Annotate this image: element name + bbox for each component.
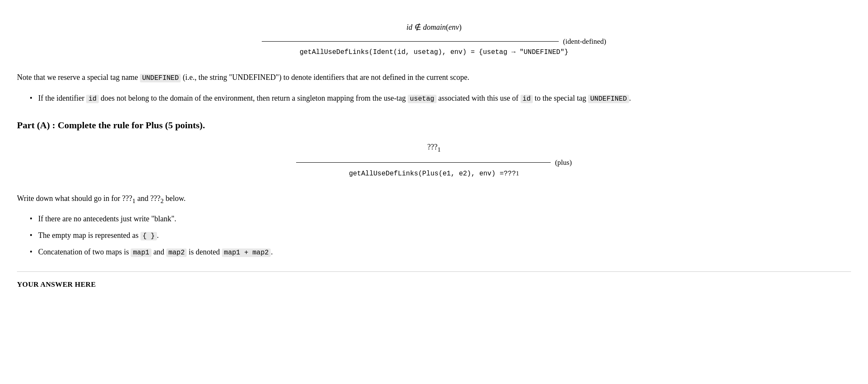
bullet2-code-map2: map2 [166,248,187,257]
bullet-list-1: If the identifier id does not belong to … [30,92,851,105]
bullet1-text-after: to the special tag [533,94,588,102]
bullet1-text-middle1: does not belong to the domain of the env… [99,94,408,102]
your-answer-label: YOUR ANSWER HERE [17,279,851,290]
bullet2-text3-before: Concatenation of two maps is [38,248,131,256]
bullet1-end: . [629,94,631,102]
rule-ident-defined: id ∉ domain(env) (ident-defined) getAllU… [17,21,851,58]
rule1-numerator: id ∉ domain(env) [406,21,462,36]
bullet1-text-middle2: associated with this use of [437,94,521,102]
bullet1-item: If the identifier id does not belong to … [30,92,851,105]
bullet2-text3-mid2: is denoted [187,248,222,256]
bullet2-text1: If there are no antecedents just write "… [38,215,176,223]
bullet2-code-map1: map1 [131,248,151,257]
rule1-line-container: (ident-defined) [262,36,606,47]
bullet1-code-id2: id [521,95,533,103]
bullet2-text3-after: . [271,248,273,256]
note-paragraph: Note that we reserve a special tag name … [17,71,851,84]
rule2-denominator: getAllUseDefLinks(Plus(e1, e2), env) =??… [349,168,519,180]
rule1-denominator: getAllUseDefLinks(Ident(id, usetag), env… [300,47,568,58]
rule1-name: (ident-defined) [563,36,606,47]
rule2-numerator: ???1 [427,141,440,157]
bullet2-item3: Concatenation of two maps is map1 and ma… [30,246,851,259]
section-divider [17,271,851,272]
bullet2-text2-before: The empty map is represented as [38,231,140,240]
bullet2-text2-after: . [157,231,159,240]
bullet1-code-id: id [86,95,98,103]
rule2-name: (plus) [555,157,572,168]
bullet2-text3-mid1: and [151,248,166,256]
bullet1-code-undefined: UNDEFINED [588,95,629,103]
bullet2-item2: The empty map is represented as { }. [30,229,851,242]
rule1-line [262,41,559,42]
bullet1-text-before: If the identifier [38,94,86,102]
note-code-undefined: UNDEFINED [140,74,181,82]
note-text-before: Note that we reserve a special tag name [17,73,140,82]
bullet-list-2: If there are no antecedents just write "… [30,212,851,259]
rule2-line [296,162,551,163]
write-down-paragraph: Write down what should go in for ???1 an… [17,192,851,206]
bullet2-code-empty-map: { } [140,232,157,240]
rule2-line-container: (plus) [296,157,572,168]
part-a-heading: Part (A) : Complete the rule for Plus (5… [17,118,851,133]
bullet2-item1: If there are no antecedents just write "… [30,212,851,226]
note-text-after: (i.e., the string "UNDEFINED") to denote… [181,73,469,82]
rule-plus: ???1 (plus) getAllUseDefLinks(Plus(e1, e… [17,141,851,179]
bullet1-code-usetag: usetag [408,95,437,103]
bullet2-code-concat: map1 + map2 [222,248,271,257]
